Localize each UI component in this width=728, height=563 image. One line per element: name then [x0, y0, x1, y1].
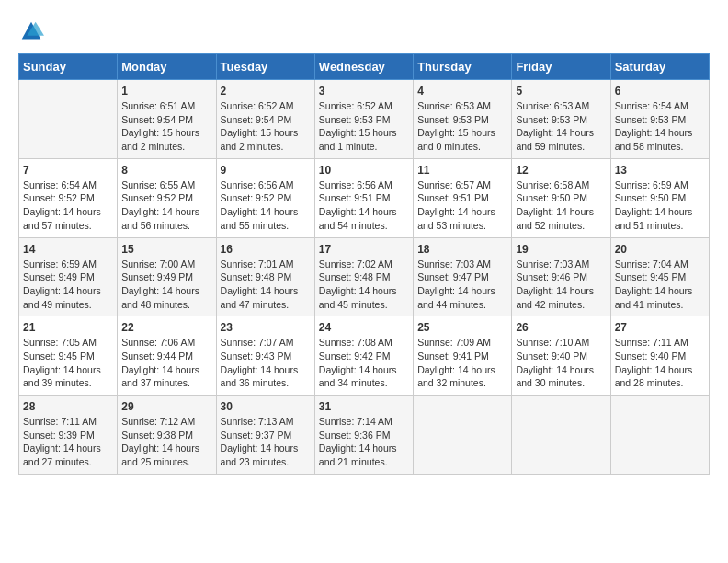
day-detail: Sunrise: 6:51 AMSunset: 9:54 PMDaylight:… — [121, 99, 211, 154]
day-detail: Sunrise: 7:03 AMSunset: 9:47 PMDaylight:… — [417, 258, 507, 312]
calendar-cell: 11Sunrise: 6:57 AMSunset: 9:51 PMDayligh… — [414, 158, 512, 237]
calendar-cell: 13Sunrise: 6:59 AMSunset: 9:50 PMDayligh… — [610, 158, 709, 237]
calendar-week-row: 14Sunrise: 6:59 AMSunset: 9:49 PMDayligh… — [19, 237, 710, 316]
day-detail: Sunrise: 6:55 AMSunset: 9:52 PMDaylight:… — [121, 178, 211, 233]
calendar-cell: 6Sunrise: 6:54 AMSunset: 9:53 PMDaylight… — [610, 80, 709, 159]
calendar-cell: 25Sunrise: 7:09 AMSunset: 9:41 PMDayligh… — [414, 316, 512, 396]
day-number: 12 — [516, 164, 606, 177]
day-number: 19 — [516, 243, 606, 256]
day-number: 14 — [23, 243, 113, 256]
day-of-week-header: Wednesday — [314, 54, 413, 80]
calendar-cell: 7Sunrise: 6:54 AMSunset: 9:52 PMDaylight… — [19, 158, 118, 237]
calendar-week-row: 21Sunrise: 7:05 AMSunset: 9:45 PMDayligh… — [19, 316, 710, 396]
calendar-cell: 5Sunrise: 6:53 AMSunset: 9:53 PMDaylight… — [512, 80, 610, 159]
day-number: 9 — [221, 164, 311, 177]
calendar-cell: 24Sunrise: 7:08 AMSunset: 9:42 PMDayligh… — [314, 316, 413, 396]
calendar-cell: 21Sunrise: 7:05 AMSunset: 9:45 PMDayligh… — [19, 316, 118, 396]
day-number: 3 — [319, 85, 409, 98]
calendar-cell: 30Sunrise: 7:13 AMSunset: 9:37 PMDayligh… — [216, 396, 314, 475]
day-number: 1 — [121, 85, 211, 98]
calendar-cell: 12Sunrise: 6:58 AMSunset: 9:50 PMDayligh… — [512, 158, 610, 237]
calendar-week-row: 7Sunrise: 6:54 AMSunset: 9:52 PMDaylight… — [19, 158, 710, 237]
calendar-cell: 31Sunrise: 7:14 AMSunset: 9:36 PMDayligh… — [314, 396, 413, 475]
day-number: 24 — [319, 321, 409, 334]
day-detail: Sunrise: 7:04 AMSunset: 9:45 PMDaylight:… — [615, 258, 705, 312]
day-detail: Sunrise: 7:11 AMSunset: 9:40 PMDaylight:… — [615, 336, 705, 390]
day-detail: Sunrise: 7:05 AMSunset: 9:45 PMDaylight:… — [23, 336, 113, 390]
day-number: 4 — [417, 85, 507, 98]
day-detail: Sunrise: 6:58 AMSunset: 9:50 PMDaylight:… — [516, 178, 606, 233]
day-detail: Sunrise: 7:00 AMSunset: 9:49 PMDaylight:… — [121, 258, 211, 312]
day-of-week-header: Friday — [512, 54, 610, 80]
day-number: 22 — [121, 321, 211, 334]
calendar-week-row: 1Sunrise: 6:51 AMSunset: 9:54 PMDaylight… — [19, 80, 710, 159]
day-number: 16 — [221, 243, 311, 256]
day-detail: Sunrise: 7:01 AMSunset: 9:48 PMDaylight:… — [221, 258, 311, 312]
calendar-cell: 26Sunrise: 7:10 AMSunset: 9:40 PMDayligh… — [512, 316, 610, 396]
calendar-cell: 16Sunrise: 7:01 AMSunset: 9:48 PMDayligh… — [216, 237, 314, 316]
day-number: 6 — [615, 85, 705, 98]
calendar-cell: 18Sunrise: 7:03 AMSunset: 9:47 PMDayligh… — [414, 237, 512, 316]
day-number: 29 — [121, 400, 211, 413]
day-number: 27 — [615, 321, 705, 334]
day-detail: Sunrise: 7:12 AMSunset: 9:38 PMDaylight:… — [121, 415, 211, 469]
day-detail: Sunrise: 6:54 AMSunset: 9:53 PMDaylight:… — [615, 99, 705, 154]
calendar-cell: 14Sunrise: 6:59 AMSunset: 9:49 PMDayligh… — [19, 237, 118, 316]
calendar-cell: 1Sunrise: 6:51 AMSunset: 9:54 PMDaylight… — [118, 80, 216, 159]
calendar-header: SundayMondayTuesdayWednesdayThursdayFrid… — [19, 54, 710, 80]
day-number: 23 — [221, 321, 311, 334]
calendar-cell: 4Sunrise: 6:53 AMSunset: 9:53 PMDaylight… — [414, 80, 512, 159]
day-number: 25 — [417, 321, 507, 334]
day-of-week-header: Saturday — [610, 54, 709, 80]
logo-icon — [18, 18, 44, 44]
day-detail: Sunrise: 6:59 AMSunset: 9:49 PMDaylight:… — [23, 258, 113, 312]
day-number: 17 — [319, 243, 409, 256]
day-number: 2 — [221, 85, 311, 98]
day-number: 26 — [516, 321, 606, 334]
calendar-cell — [610, 396, 709, 475]
day-detail: Sunrise: 6:57 AMSunset: 9:51 PMDaylight:… — [417, 178, 507, 233]
day-detail: Sunrise: 7:14 AMSunset: 9:36 PMDaylight:… — [319, 415, 409, 469]
calendar-cell: 8Sunrise: 6:55 AMSunset: 9:52 PMDaylight… — [118, 158, 216, 237]
day-of-week-header: Thursday — [414, 54, 512, 80]
day-detail: Sunrise: 7:13 AMSunset: 9:37 PMDaylight:… — [221, 415, 311, 469]
day-number: 20 — [615, 243, 705, 256]
day-number: 31 — [319, 400, 409, 413]
calendar-cell: 28Sunrise: 7:11 AMSunset: 9:39 PMDayligh… — [19, 396, 118, 475]
day-number: 8 — [121, 164, 211, 177]
logo — [18, 18, 48, 44]
day-of-week-header: Tuesday — [216, 54, 314, 80]
calendar-cell — [414, 396, 512, 475]
day-detail: Sunrise: 7:10 AMSunset: 9:40 PMDaylight:… — [516, 336, 606, 390]
day-detail: Sunrise: 7:06 AMSunset: 9:44 PMDaylight:… — [121, 336, 211, 390]
day-detail: Sunrise: 7:08 AMSunset: 9:42 PMDaylight:… — [319, 336, 409, 390]
page-header — [18, 18, 710, 44]
calendar-cell: 17Sunrise: 7:02 AMSunset: 9:48 PMDayligh… — [314, 237, 413, 316]
calendar-cell — [512, 396, 610, 475]
day-number: 28 — [23, 400, 113, 413]
calendar-cell: 22Sunrise: 7:06 AMSunset: 9:44 PMDayligh… — [118, 316, 216, 396]
calendar-body: 1Sunrise: 6:51 AMSunset: 9:54 PMDaylight… — [19, 80, 710, 475]
day-detail: Sunrise: 7:03 AMSunset: 9:46 PMDaylight:… — [516, 258, 606, 312]
calendar-cell: 15Sunrise: 7:00 AMSunset: 9:49 PMDayligh… — [118, 237, 216, 316]
day-detail: Sunrise: 7:07 AMSunset: 9:43 PMDaylight:… — [221, 336, 311, 390]
day-number: 5 — [516, 85, 606, 98]
calendar-cell: 10Sunrise: 6:56 AMSunset: 9:51 PMDayligh… — [314, 158, 413, 237]
calendar-cell — [19, 80, 118, 159]
calendar-cell: 20Sunrise: 7:04 AMSunset: 9:45 PMDayligh… — [610, 237, 709, 316]
header-row: SundayMondayTuesdayWednesdayThursdayFrid… — [19, 54, 710, 80]
day-detail: Sunrise: 7:09 AMSunset: 9:41 PMDaylight:… — [417, 336, 507, 390]
day-detail: Sunrise: 6:53 AMSunset: 9:53 PMDaylight:… — [516, 99, 606, 154]
day-detail: Sunrise: 6:52 AMSunset: 9:54 PMDaylight:… — [221, 99, 311, 154]
day-of-week-header: Monday — [118, 54, 216, 80]
day-number: 11 — [417, 164, 507, 177]
calendar-cell: 2Sunrise: 6:52 AMSunset: 9:54 PMDaylight… — [216, 80, 314, 159]
day-detail: Sunrise: 6:59 AMSunset: 9:50 PMDaylight:… — [615, 178, 705, 233]
day-number: 15 — [121, 243, 211, 256]
day-detail: Sunrise: 6:54 AMSunset: 9:52 PMDaylight:… — [23, 178, 113, 233]
day-number: 13 — [615, 164, 705, 177]
day-number: 18 — [417, 243, 507, 256]
day-detail: Sunrise: 7:02 AMSunset: 9:48 PMDaylight:… — [319, 258, 409, 312]
calendar-cell: 3Sunrise: 6:52 AMSunset: 9:53 PMDaylight… — [314, 80, 413, 159]
calendar-cell: 29Sunrise: 7:12 AMSunset: 9:38 PMDayligh… — [118, 396, 216, 475]
